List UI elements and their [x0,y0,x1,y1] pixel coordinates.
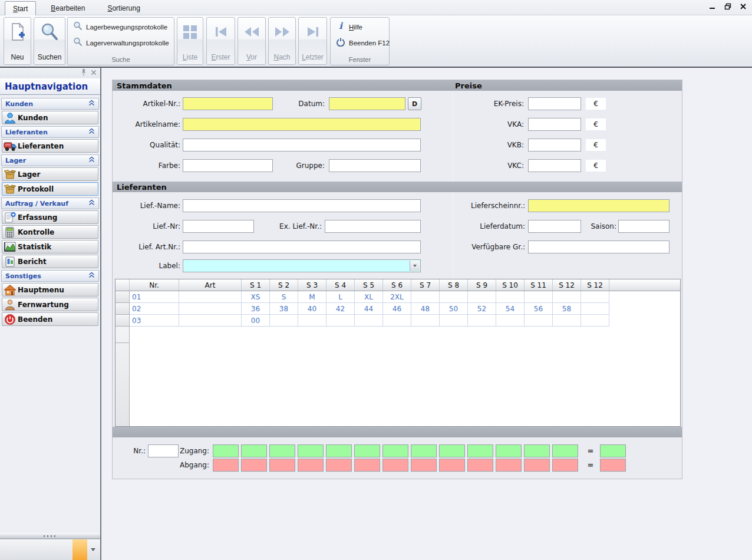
vka-input[interactable] [528,118,581,131]
vkc-input[interactable] [528,159,581,172]
value-box[interactable] [326,459,352,472]
cell-size[interactable] [270,315,298,327]
cell-size[interactable] [525,291,553,303]
chevron-down-icon[interactable] [91,548,95,551]
minimize-button[interactable] [708,3,717,11]
grid-column-header[interactable]: Art [179,279,242,291]
sidebar-item-lieferanten[interactable]: Lieferanten [2,139,98,153]
sidebar-group-header-sonstiges[interactable]: Sonstiges [1,270,99,282]
cell-size[interactable]: M [298,291,326,303]
cell-size[interactable] [581,315,609,327]
vkb-input[interactable] [528,139,581,151]
cell-size[interactable] [440,315,468,327]
cell-size[interactable]: 42 [326,303,355,315]
grid-column-header[interactable]: S 10 [496,279,525,291]
value-box[interactable] [411,459,437,472]
value-box[interactable] [439,459,465,472]
value-box[interactable] [496,459,522,472]
pin-icon[interactable] [81,68,87,78]
cell-size[interactable] [553,315,581,327]
grid-column-header[interactable]: S 7 [411,279,440,291]
cell-size[interactable]: 58 [553,303,581,315]
value-box[interactable] [467,459,493,472]
lief-name-input[interactable] [183,199,421,212]
lagerbewegungsprotokolle-button[interactable]: Lagerbewegungsprotokolle [70,19,171,34]
collapse-chevron-icon[interactable] [88,100,95,108]
tab-sortierung[interactable]: Sortierung [100,1,147,15]
value-box[interactable] [241,459,267,472]
beenden-f12-button[interactable]: Beenden F12 [333,35,387,50]
value-box[interactable] [298,459,324,472]
cell-size[interactable]: L [326,291,355,303]
value-box[interactable] [382,444,408,457]
ek-preis-input[interactable] [528,97,581,110]
cell-size[interactable]: 54 [496,303,525,315]
suchen-button[interactable]: Suchen [34,17,65,65]
cell-size[interactable]: XL [355,291,383,303]
grid-column-header[interactable]: S 6 [383,279,411,291]
combo-dropdown-button[interactable] [410,261,420,271]
grid-column-header[interactable]: S 11 [525,279,553,291]
datum-picker-button[interactable]: D [408,97,421,110]
cell-size[interactable]: 36 [242,303,270,315]
lagerverwaltungsprotokolle-button[interactable]: Lagerverwaltungsprotokolle [70,35,171,50]
nav-liste-button[interactable]: Liste [177,17,203,65]
hilfe-button[interactable]: i Hilfe [333,19,387,34]
value-box[interactable] [326,444,352,457]
cell-size[interactable] [581,291,609,303]
artikelname-input[interactable] [183,118,421,131]
grid-column-header[interactable]: S 3 [298,279,326,291]
value-box[interactable] [524,459,550,472]
cell-size[interactable] [440,291,468,303]
grid-column-header[interactable]: S 2 [270,279,298,291]
sidebar-group-header-kunden[interactable]: Kunden [1,98,99,110]
cell-size[interactable] [468,291,496,303]
new-row-selector[interactable] [116,327,129,343]
sidebar-item-kontrolle[interactable]: Kontrolle [2,225,98,239]
total-box[interactable] [600,444,626,457]
cell-size[interactable] [298,315,326,327]
lief-nr-input[interactable] [183,220,254,233]
row-selector[interactable] [116,291,130,303]
qualitaet-input[interactable] [183,139,421,151]
value-box[interactable] [354,444,380,457]
value-box[interactable] [269,444,295,457]
grid-column-header[interactable]: S 12 [581,279,609,291]
cell-size[interactable] [496,315,525,327]
cell-size[interactable]: S [270,291,298,303]
cell-size[interactable] [411,291,440,303]
collapse-chevron-icon[interactable] [88,128,95,136]
cell-size[interactable]: 38 [270,303,298,315]
nav-letzter-button[interactable]: Letzter [298,17,327,65]
cell-art[interactable] [179,291,242,303]
grid-column-header[interactable]: S 9 [468,279,496,291]
tab-bearbeiten[interactable]: Bearbeiten [43,1,93,15]
value-box[interactable] [382,459,408,472]
grid-column-header[interactable]: S 12 [553,279,581,291]
value-box[interactable] [269,459,295,472]
value-box[interactable] [241,444,267,457]
value-box[interactable] [496,444,522,457]
sidebar-group-header-lieferanten[interactable]: Lieferanten [1,126,99,138]
value-box[interactable] [524,444,550,457]
grid-column-header[interactable]: Nr. [130,279,179,291]
cell-size[interactable]: 46 [383,303,411,315]
grid-column-header[interactable]: S 8 [440,279,468,291]
neu-button[interactable]: Neu [4,17,31,65]
saison-input[interactable] [618,220,669,233]
cell-size[interactable] [383,315,411,327]
grid-column-header[interactable]: S 1 [242,279,270,291]
sidebar-item-lager[interactable]: Lager [2,167,98,181]
cell-nr[interactable]: 03 [130,315,179,327]
close-icon[interactable] [91,69,97,77]
nav-nach-button[interactable]: Nach [268,17,296,65]
cell-size[interactable]: 48 [411,303,440,315]
cell-size[interactable]: 50 [440,303,468,315]
value-box[interactable] [552,444,578,457]
cell-size[interactable] [411,315,440,327]
cell-size[interactable] [525,315,553,327]
value-box[interactable] [439,444,465,457]
total-box[interactable] [600,459,626,472]
cell-size[interactable]: 00 [242,315,270,327]
cell-nr[interactable]: 02 [130,303,179,315]
